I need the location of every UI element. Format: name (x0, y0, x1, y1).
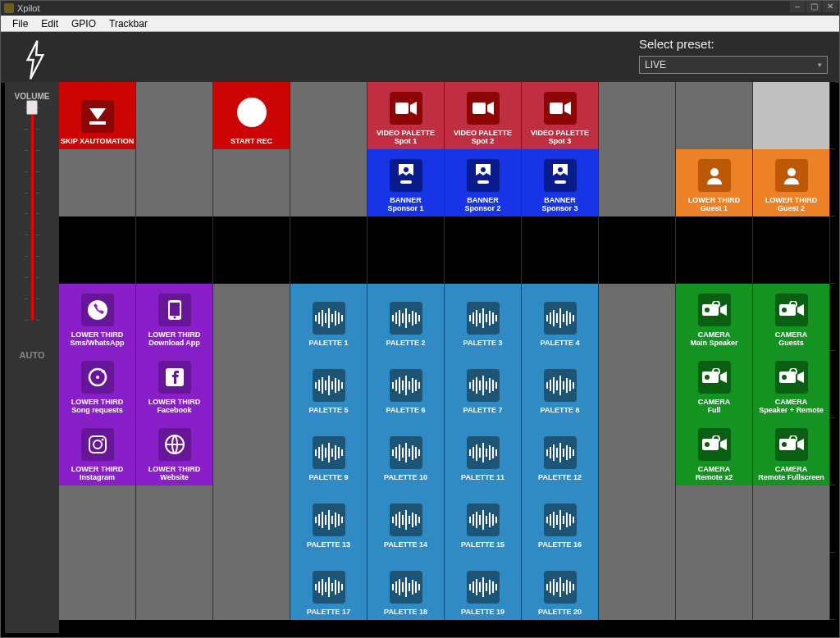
volume-thumb[interactable] (26, 100, 38, 115)
btn-start-rec[interactable]: START REC (213, 82, 290, 149)
cell-2-1 (136, 216, 213, 284)
btn-palette-18[interactable]: PALETTE 18 (368, 553, 445, 620)
btn-banner-2[interactable]: BANNERSponsor 2 (445, 149, 522, 216)
banner-person-icon (467, 159, 500, 192)
btn-palette-17[interactable]: PALETTE 17 (290, 553, 368, 620)
btn-palette-5[interactable]: PALETTE 5 (290, 351, 368, 418)
btn-lt-song[interactable]: LOWER THIRDSong requests (59, 351, 136, 418)
cell-title: PALETTE 19 (461, 608, 504, 617)
facebook-icon (158, 361, 191, 394)
svg-point-43 (101, 439, 103, 441)
menu-edit[interactable]: Edit (34, 18, 65, 30)
btn-palette-6[interactable]: PALETTE 6 (368, 351, 445, 418)
auto-label: AUTO (20, 350, 45, 360)
btn-cam-main[interactable]: CAMERAMain Speaker (676, 284, 753, 351)
cell-subtitle: Spot 1 (395, 138, 418, 146)
menu-file[interactable]: File (6, 18, 34, 30)
svg-point-13 (558, 167, 563, 172)
btn-palette-13[interactable]: PALETTE 13 (290, 485, 368, 553)
btn-palette-7[interactable]: PALETTE 7 (445, 351, 522, 418)
btn-cam-guests[interactable]: CAMERAGuests (753, 284, 830, 351)
btn-video-palette-3[interactable]: VIDEO PALETTESpot 3 (522, 82, 599, 149)
svg-marker-6 (487, 102, 494, 115)
cell-subtitle: Spot 3 (549, 138, 572, 146)
cell-subtitle: Remote x2 (696, 474, 733, 482)
close-button[interactable]: ✕ (823, 1, 838, 12)
btn-video-palette-1[interactable]: VIDEO PALETTESpot 1 (368, 82, 445, 149)
menu-trackbar[interactable]: Trackbar (103, 18, 154, 30)
svg-point-9 (404, 167, 409, 172)
svg-rect-5 (472, 103, 486, 114)
btn-video-palette-2[interactable]: VIDEO PALETTESpot 2 (445, 82, 522, 149)
cell-title: PALETTE 15 (461, 541, 504, 549)
disc-icon (81, 361, 114, 394)
btn-palette-16[interactable]: PALETTE 16 (522, 485, 599, 553)
volume-track[interactable] (31, 107, 34, 321)
btn-palette-1[interactable]: PALETTE 1 (290, 284, 368, 351)
button-grid: SKIP XAUTOMATIONSTART RECVIDEO PALETTESp… (59, 82, 835, 633)
cell-2-6 (522, 216, 599, 284)
svg-point-30 (96, 376, 99, 379)
menu-gpio[interactable]: GPIO (65, 18, 103, 30)
preset-select[interactable]: LIVE ▾ (639, 56, 828, 74)
cell-title: PALETTE 2 (386, 340, 426, 348)
cell-subtitle: Full (708, 407, 721, 415)
svg-point-39 (782, 375, 787, 380)
btn-palette-14[interactable]: PALETTE 14 (368, 485, 445, 553)
svg-marker-46 (720, 439, 727, 450)
cell-title: PALETTE 5 (309, 407, 349, 415)
cell-5-2 (213, 418, 290, 485)
svg-point-42 (94, 440, 102, 449)
wave-icon (544, 504, 577, 536)
btn-lt-sms[interactable]: LOWER THIRDSms/WhatsApp (59, 284, 136, 351)
minimize-button[interactable]: – (790, 1, 805, 12)
cell-subtitle: Facebook (157, 407, 191, 415)
btn-cam-remote-full[interactable]: CAMERARemote Fullscreen (753, 418, 830, 485)
cell-1-1 (136, 149, 213, 216)
btn-cam-remote-x2[interactable]: CAMERARemote x2 (676, 418, 753, 485)
btn-palette-2[interactable]: PALETTE 2 (368, 284, 445, 351)
btn-banner-1[interactable]: BANNERSponsor 1 (368, 149, 445, 216)
wave-icon (467, 302, 500, 335)
btn-skip-xautomation[interactable]: SKIP XAUTOMATION (59, 82, 136, 149)
cell-title: PALETTE 6 (386, 407, 426, 415)
btn-palette-12[interactable]: PALETTE 12 (522, 418, 599, 485)
btn-cam-speaker-remote[interactable]: CAMERASpeaker + Remote (753, 351, 830, 418)
btn-palette-20[interactable]: PALETTE 20 (522, 553, 599, 620)
maximize-button[interactable]: ▢ (806, 1, 821, 12)
wave-icon (467, 436, 500, 469)
btn-palette-15[interactable]: PALETTE 15 (445, 485, 522, 553)
window-title: Xpilot (17, 3, 40, 13)
cell-5-7 (599, 418, 676, 485)
btn-palette-8[interactable]: PALETTE 8 (522, 351, 599, 418)
preset-label: Select preset: (639, 37, 828, 51)
btn-palette-19[interactable]: PALETTE 19 (445, 553, 522, 620)
wave-icon (313, 436, 345, 469)
cell-7-9 (753, 553, 830, 620)
btn-lt-instagram[interactable]: LOWER THIRDInstagram (59, 418, 136, 485)
btn-banner-3[interactable]: BANNERSponsor 3 (522, 149, 599, 216)
preset-panel: Select preset: LIVE ▾ (639, 37, 828, 74)
btn-lt-facebook[interactable]: LOWER THIRDFacebook (136, 351, 213, 418)
btn-palette-4[interactable]: PALETTE 4 (522, 284, 599, 351)
btn-palette-3[interactable]: PALETTE 3 (445, 284, 522, 351)
cell-6-0 (59, 485, 136, 553)
btn-lt-download[interactable]: LOWER THIRDDownload App (136, 284, 213, 351)
btn-palette-10[interactable]: PALETTE 10 (368, 418, 445, 485)
svg-marker-34 (720, 371, 727, 383)
cell-4-7 (599, 351, 676, 418)
btn-cam-full[interactable]: CAMERAFull (676, 351, 753, 418)
svg-point-47 (705, 442, 710, 447)
svg-marker-26 (797, 304, 804, 316)
btn-lower-third-guest-2[interactable]: LOWER THIRDGuest 2 (753, 149, 830, 216)
svg-point-31 (102, 370, 105, 373)
cell-subtitle: Speaker + Remote (759, 407, 823, 415)
wave-icon (467, 504, 500, 536)
btn-palette-9[interactable]: PALETTE 9 (290, 418, 368, 485)
btn-lower-third-guest-1[interactable]: LOWER THIRDGuest 1 (676, 149, 753, 216)
svg-point-51 (782, 442, 787, 447)
btn-lt-website[interactable]: LOWER THIRDWebsite (136, 418, 213, 485)
btn-palette-11[interactable]: PALETTE 11 (445, 418, 522, 485)
cell-title: PALETTE 16 (538, 541, 582, 549)
user-card-icon (775, 159, 808, 192)
